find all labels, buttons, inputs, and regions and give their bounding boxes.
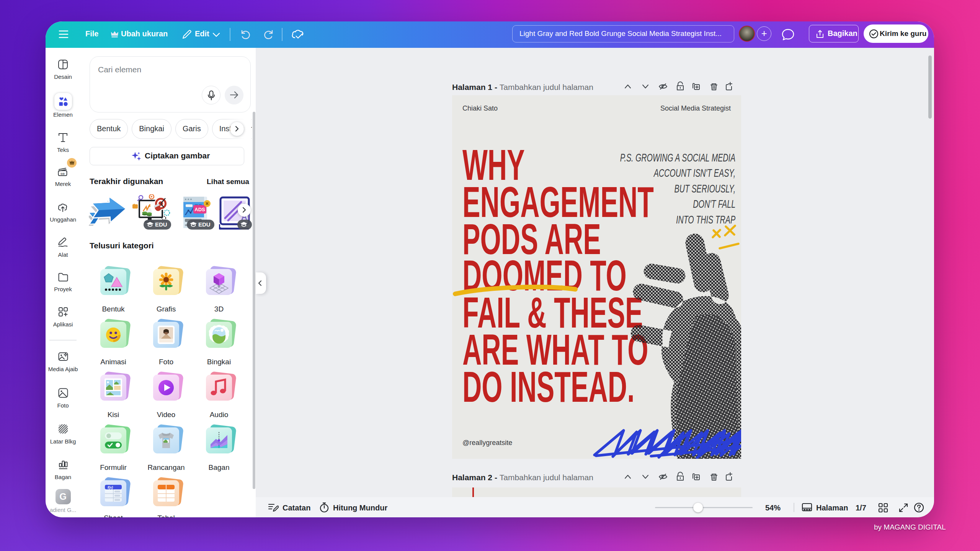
svg-text:co: co	[60, 172, 65, 176]
svg-text:ADS: ADS	[194, 207, 205, 212]
svg-text:f(x): f(x)	[108, 486, 113, 489]
